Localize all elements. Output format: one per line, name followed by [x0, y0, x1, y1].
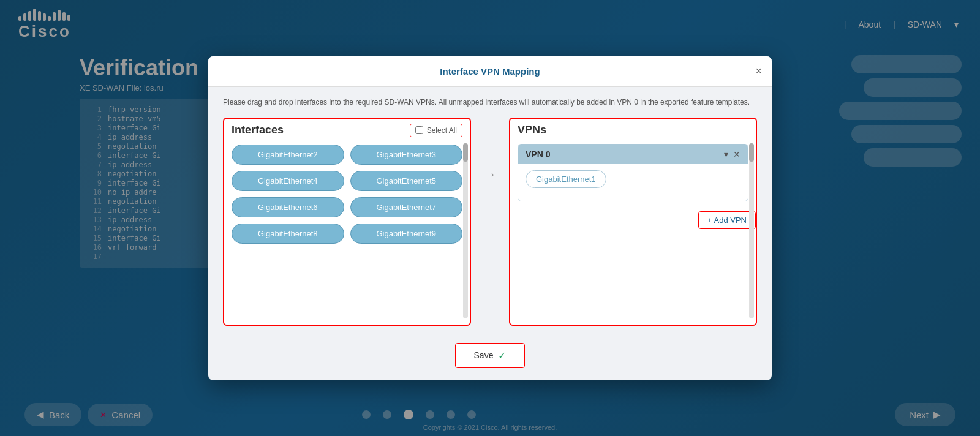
interface-item-6[interactable]: GigabitEthernet8	[232, 224, 344, 244]
interface-item-5[interactable]: GigabitEthernet7	[350, 197, 463, 217]
vpn-item-0-0[interactable]: GigabitEthernet1	[526, 170, 606, 188]
vpn-group-header-0: VPN 0 ▾ ✕	[518, 145, 748, 164]
vpn-delete-button[interactable]: ✕	[733, 149, 741, 159]
save-check-icon: ✓	[498, 350, 506, 361]
vpns-panel-title: VPNs	[518, 124, 546, 137]
save-label: Save	[474, 350, 494, 360]
interface-item-4[interactable]: GigabitEthernet6	[232, 197, 344, 217]
arrow-icon: →	[483, 167, 497, 182]
vpns-scrollbar[interactable]	[749, 143, 754, 318]
modal-close-button[interactable]: ×	[755, 65, 762, 78]
vpns-panel: VPNs VPN 0 ▾ ✕ GigabitEthernet1	[509, 118, 757, 326]
add-vpn-row: + Add VPN	[510, 206, 756, 231]
vpn-group-name-0: VPN 0	[526, 149, 550, 159]
add-vpn-button[interactable]: + Add VPN	[698, 211, 756, 229]
interfaces-scrollbar-thumb	[463, 143, 468, 162]
interfaces-panel-header: Interfaces Select All	[224, 119, 470, 140]
save-button[interactable]: Save ✓	[455, 343, 526, 368]
interfaces-grid: GigabitEthernet2 GigabitEthernet3 Gigabi…	[224, 140, 470, 249]
modal-header: Interface VPN Mapping ×	[208, 56, 772, 87]
modal-title: Interface VPN Mapping	[440, 66, 540, 77]
interface-item-7[interactable]: GigabitEthernet9	[350, 224, 463, 244]
interface-vpn-modal: Interface VPN Mapping × Please drag and …	[208, 56, 772, 380]
select-all-label[interactable]: Select All	[410, 124, 462, 137]
interface-item-2[interactable]: GigabitEthernet4	[232, 171, 344, 191]
modal-overlay: Interface VPN Mapping × Please drag and …	[0, 0, 980, 436]
vpn-group-body-0: GigabitEthernet1	[518, 164, 748, 201]
modal-body: Please drag and drop interfaces into the…	[208, 87, 772, 336]
interfaces-panel-title: Interfaces	[232, 124, 284, 137]
select-all-checkbox[interactable]	[415, 126, 423, 134]
vpn-expand-button[interactable]: ▾	[724, 149, 728, 159]
vpn-group-actions-0: ▾ ✕	[724, 149, 741, 159]
interface-item-3[interactable]: GigabitEthernet5	[350, 171, 463, 191]
interfaces-scrollbar[interactable]	[463, 143, 468, 318]
modal-description: Please drag and drop interfaces into the…	[223, 97, 757, 108]
select-all-text: Select All	[427, 126, 457, 135]
interfaces-panel: Interfaces Select All GigabitEthernet2 G…	[223, 118, 471, 326]
panels-row: Interfaces Select All GigabitEthernet2 G…	[223, 118, 757, 326]
vpns-panel-header: VPNs	[510, 119, 756, 139]
modal-footer: Save ✓	[208, 336, 772, 380]
drag-arrow: →	[483, 118, 497, 182]
vpn-group-0: VPN 0 ▾ ✕ GigabitEthernet1	[518, 144, 748, 201]
interface-item-1[interactable]: GigabitEthernet3	[350, 145, 463, 165]
vpns-scrollbar-thumb	[749, 143, 754, 162]
interface-item-0[interactable]: GigabitEthernet2	[232, 145, 344, 165]
